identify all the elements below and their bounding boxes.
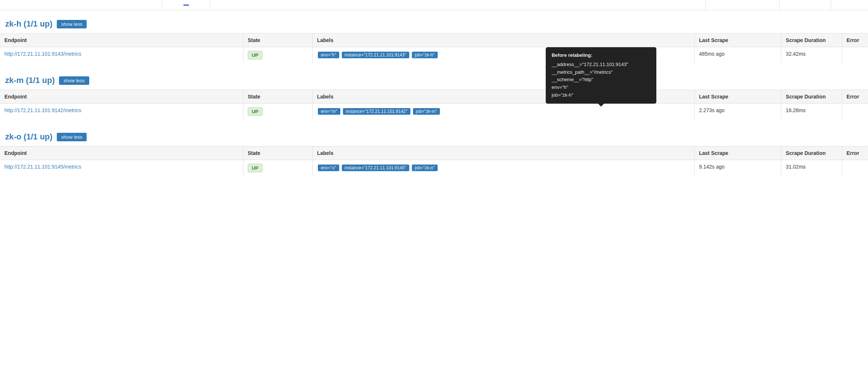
endpoint-cell: http://172.21.11.101:9142/metrics [0, 104, 243, 120]
th-state: State [243, 146, 312, 160]
endpoint-link[interactable]: http://172.21.11.101:9143/metrics [4, 51, 81, 57]
th-state: State [243, 90, 312, 104]
table-zk-o: EndpointStateLabelsLast ScrapeScrape Dur… [0, 146, 868, 176]
endpoint-cell: http://172.21.11.101:9143/metrics [0, 47, 243, 63]
th-state: State [243, 34, 312, 47]
th-scrape_duration: Scrape Duration [781, 34, 842, 47]
status-badge: UP [248, 51, 263, 59]
label-badge[interactable]: job="zk-o" [412, 165, 438, 171]
label-badge[interactable]: job="zk-m" [413, 108, 440, 115]
error-cell [842, 160, 868, 176]
section-header-zk-m: zk-m (1/1 up)show less [0, 73, 868, 90]
labels-container: env="m"instance="172.21.11.101:9142"job=… [317, 107, 690, 115]
last-scrape-cell: 9.142s ago [694, 160, 781, 176]
th-labels: Labels [312, 34, 694, 47]
state-cell: UP [243, 104, 312, 120]
th-last_scrape: Last Scrape [694, 90, 781, 104]
th-labels: Labels [312, 90, 694, 104]
endpoint-link[interactable]: http://172.21.11.101:9145/metrics [4, 164, 81, 170]
endpoint-cell: http://172.21.11.101:9145/metrics [0, 160, 243, 176]
status-badge: UP [248, 164, 263, 172]
th-scrape_duration: Scrape Duration [781, 90, 842, 104]
th-last_scrape: Last Scrape [694, 34, 781, 47]
th-error: Error [842, 34, 868, 47]
labels-container: env="o"instance="172.21.11.101:9145"job=… [317, 164, 690, 172]
show-less-button-zk-h[interactable]: show less [57, 20, 87, 28]
labels-cell: env="o"instance="172.21.11.101:9145"job=… [312, 160, 694, 176]
section-header-zk-o: zk-o (1/1 up)show less [0, 129, 868, 146]
label-badge[interactable]: instance="172.21.11.101:9145" [342, 165, 409, 171]
label-badge[interactable]: env="h" [318, 52, 339, 58]
section-title-zk-h: zk-h (1/1 up) [5, 19, 52, 29]
th-endpoint: Endpoint [0, 34, 243, 47]
labels-cell: env="h"instance="172.21.11.101:9143"job=… [312, 47, 694, 63]
state-cell: UP [243, 47, 312, 63]
top-badge [183, 4, 189, 6]
last-scrape-cell: 2.273s ago [694, 104, 781, 120]
section-zk-o: zk-o (1/1 up)show lessEndpointStateLabel… [0, 123, 868, 176]
section-title-zk-o: zk-o (1/1 up) [5, 132, 52, 142]
label-badge[interactable]: env="o" [318, 165, 339, 171]
error-cell [842, 104, 868, 120]
section-zk-h: zk-h (1/1 up)show lessEndpointStateLabel… [0, 10, 868, 63]
labels-container: env="h"instance="172.21.11.101:9143"job=… [317, 51, 690, 59]
label-badge[interactable]: instance="172.21.11.101:9142" [343, 108, 410, 115]
show-less-button-zk-m[interactable]: show less [59, 76, 89, 85]
tooltip-title: Before relabeling: [552, 52, 650, 59]
label-badge[interactable]: instance="172.21.11.101:9143" [342, 52, 409, 58]
scrape-duration-cell: 32.42ms [781, 47, 842, 63]
th-endpoint: Endpoint [0, 90, 243, 104]
table-row: http://172.21.11.101:9143/metricsUPenv="… [0, 47, 868, 63]
table-zk-h: EndpointStateLabelsLast ScrapeScrape Dur… [0, 33, 868, 63]
label-badge[interactable]: env="m" [318, 108, 340, 115]
labels-cell: env="m"instance="172.21.11.101:9142"job=… [312, 104, 694, 120]
show-less-button-zk-o[interactable]: show less [57, 133, 87, 141]
section-header-zk-h: zk-h (1/1 up)show less [0, 16, 868, 33]
scrape-duration-cell: 31.02ms [781, 160, 842, 176]
table-row: http://172.21.11.101:9145/metricsUPenv="… [0, 160, 868, 176]
last-scrape-cell: 485ms ago [694, 47, 781, 63]
scrape-duration-cell: 16.28ms [781, 104, 842, 120]
status-badge: UP [248, 107, 263, 116]
section-zk-m: zk-m (1/1 up)show lessEndpointStateLabel… [0, 67, 868, 120]
th-labels: Labels [312, 146, 694, 160]
sections-container: zk-h (1/1 up)show lessEndpointStateLabel… [0, 10, 868, 176]
table-row: http://172.21.11.101:9142/metricsUPenv="… [0, 104, 868, 120]
state-cell: UP [243, 160, 312, 176]
th-endpoint: Endpoint [0, 146, 243, 160]
error-cell [842, 47, 868, 63]
th-last_scrape: Last Scrape [694, 146, 781, 160]
endpoint-link[interactable]: http://172.21.11.101:9142/metrics [4, 107, 81, 113]
table-zk-m: EndpointStateLabelsLast ScrapeScrape Dur… [0, 90, 868, 120]
section-title-zk-m: zk-m (1/1 up) [5, 76, 55, 85]
th-error: Error [842, 146, 868, 160]
th-scrape_duration: Scrape Duration [781, 146, 842, 160]
th-error: Error [842, 90, 868, 104]
label-badge[interactable]: job="zk-h" [412, 52, 438, 58]
